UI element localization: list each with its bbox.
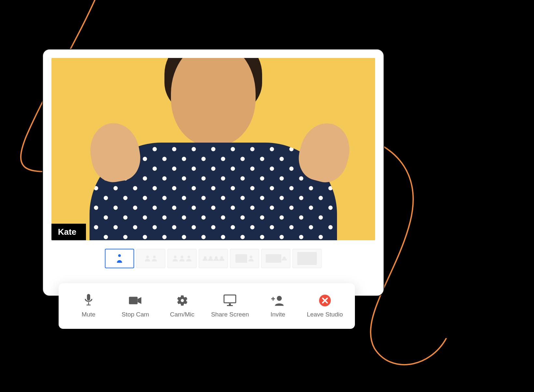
studio-window: Kate — [42, 49, 384, 296]
svg-rect-0 — [87, 294, 90, 301]
close-circle-icon — [318, 294, 331, 307]
participant-name: Kate — [58, 227, 76, 237]
stop-cam-button[interactable]: Stop Cam — [118, 294, 153, 318]
share-screen-button[interactable]: Share Screen — [211, 294, 249, 318]
layout-single[interactable] — [105, 249, 134, 268]
svg-rect-6 — [229, 303, 231, 305]
svg-rect-7 — [227, 305, 233, 306]
layout-screen-plus-one[interactable] — [230, 249, 259, 268]
svg-rect-10 — [273, 297, 274, 301]
leave-studio-label: Leave Studio — [307, 311, 343, 318]
layout-two[interactable] — [136, 249, 165, 268]
cam-mic-label: Cam/Mic — [170, 311, 194, 318]
svg-rect-3 — [129, 297, 138, 304]
svg-point-4 — [181, 299, 184, 302]
leave-studio-button[interactable]: Leave Studio — [307, 294, 343, 318]
add-person-icon — [271, 294, 284, 307]
svg-rect-1 — [88, 302, 89, 305]
layout-three[interactable] — [167, 249, 197, 268]
microphone-icon — [82, 294, 95, 307]
participant-video — [51, 58, 375, 240]
camera-icon — [129, 294, 142, 307]
cam-mic-button[interactable]: Cam/Mic — [164, 294, 200, 318]
control-toolbar: Mute Stop Cam Cam/Mic Share Scre — [59, 283, 355, 329]
share-screen-label: Share Screen — [211, 311, 249, 318]
gear-icon — [176, 294, 189, 307]
layout-selector — [43, 249, 384, 268]
svg-point-8 — [277, 296, 282, 301]
layout-four[interactable] — [199, 249, 228, 268]
layout-screen-only[interactable] — [292, 249, 322, 268]
invite-button[interactable]: Invite — [260, 294, 296, 318]
participant-name-tag: Kate — [51, 224, 86, 240]
mute-button[interactable]: Mute — [71, 294, 106, 318]
stop-cam-label: Stop Cam — [121, 311, 149, 318]
video-feed[interactable]: Kate — [51, 58, 375, 240]
invite-label: Invite — [271, 311, 285, 318]
svg-rect-5 — [224, 295, 236, 303]
monitor-icon — [223, 294, 236, 307]
svg-rect-2 — [87, 305, 91, 306]
mute-label: Mute — [82, 311, 95, 318]
layout-screen-side[interactable] — [261, 249, 290, 268]
